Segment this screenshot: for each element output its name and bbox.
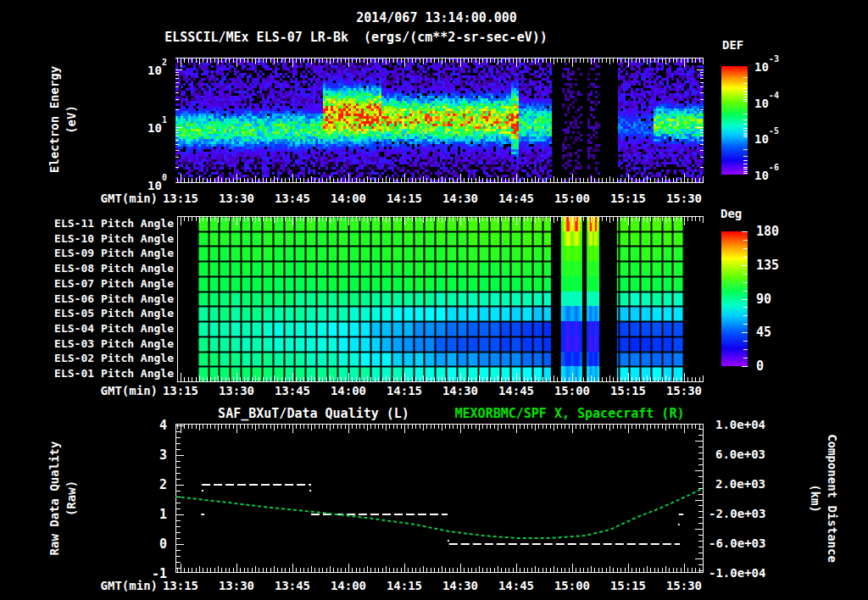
energy-tick-label: 102 bbox=[133, 62, 167, 77]
energy-tick-label: 101 bbox=[133, 119, 167, 135]
def-colorbar bbox=[721, 66, 748, 175]
def-colorbar-tick bbox=[743, 101, 748, 102]
pitch-row-label: ELS-07 Pitch Angle bbox=[51, 277, 174, 290]
def-tick-label: 10-6 bbox=[754, 167, 779, 182]
def-colorbar-tick bbox=[743, 128, 748, 129]
bottom-left-tick-label: 2 bbox=[133, 477, 167, 492]
gmt-label-top: GMT(min) bbox=[85, 192, 158, 205]
quality-distance-plot-canvas bbox=[175, 424, 704, 573]
bottom-left-series-title: SAF_BXuT/Data Quality (L) bbox=[218, 406, 409, 421]
deg-tick-label: 0 bbox=[756, 358, 764, 374]
bottom-right-tick-label: 6.0e+03 bbox=[709, 447, 765, 461]
pitch-row-label: ELS-11 Pitch Angle bbox=[51, 217, 174, 230]
spectrogram-y-axis-title: Electron Energy (eV) bbox=[45, 9, 81, 230]
bottom-right-tick-label: 1.0e+04 bbox=[709, 418, 765, 431]
time-tick-label: 15:30 bbox=[666, 579, 702, 592]
gmt-label-bottom: GMT(min) bbox=[85, 579, 158, 592]
electron-energy-spectrogram-canvas bbox=[175, 58, 704, 183]
time-tick-label: 13:15 bbox=[163, 579, 198, 592]
def-tick-label: 10-5 bbox=[754, 131, 779, 146]
time-tick-label: 13:45 bbox=[275, 579, 310, 592]
pitch-row-label: ELS-04 Pitch Angle bbox=[51, 322, 174, 335]
pitch-row-label: ELS-03 Pitch Angle bbox=[51, 337, 174, 350]
deg-colorbar-tick bbox=[743, 291, 748, 292]
time-tick-label: 14:15 bbox=[387, 579, 422, 592]
def-colorbar-tick bbox=[743, 135, 748, 136]
def-tick-label: 10-3 bbox=[754, 58, 779, 74]
time-tick-label: 15:15 bbox=[610, 192, 646, 205]
gmt-label-middle: GMT(min) bbox=[85, 384, 158, 397]
bottom-right-axis-title: Component Distance (km) bbox=[806, 388, 842, 600]
time-tick-label: 14:15 bbox=[387, 192, 422, 205]
def-colorbar-tick bbox=[743, 133, 748, 134]
time-tick-label: 13:45 bbox=[275, 192, 310, 205]
time-tick-label: 15:30 bbox=[666, 384, 702, 397]
time-tick-label: 14:00 bbox=[331, 384, 366, 397]
bottom-right-tick-label: -1.0e+04 bbox=[709, 566, 765, 580]
pitch-row-label: ELS-08 Pitch Angle bbox=[51, 262, 174, 275]
time-tick-label: 15:30 bbox=[666, 192, 702, 205]
time-tick-label: 15:00 bbox=[554, 384, 590, 397]
def-colorbar-tick bbox=[743, 173, 748, 174]
def-tick-label: 10-4 bbox=[754, 95, 779, 110]
time-tick-label: 14:15 bbox=[387, 384, 422, 397]
deg-colorbar-tick bbox=[742, 299, 748, 300]
def-colorbar-tick bbox=[743, 167, 748, 168]
deg-colorbar-tick bbox=[743, 240, 748, 241]
bottom-right-tick-label: 2.0e+03 bbox=[709, 477, 765, 491]
bottom-left-tick-label: 0 bbox=[133, 536, 167, 552]
deg-colorbar-title: Deg bbox=[721, 207, 742, 220]
pitch-angle-heatmap-canvas bbox=[177, 216, 704, 382]
def-colorbar-tick bbox=[743, 94, 748, 95]
pitch-row-label: ELS-06 Pitch Angle bbox=[51, 292, 174, 305]
deg-tick-label: 135 bbox=[756, 258, 779, 273]
deg-colorbar-tick bbox=[743, 315, 748, 316]
def-colorbar-tick bbox=[743, 119, 748, 120]
deg-colorbar-tick bbox=[743, 349, 748, 350]
deg-colorbar-tick bbox=[742, 265, 748, 266]
deg-colorbar-tick bbox=[743, 324, 748, 325]
deg-colorbar-tick bbox=[743, 257, 748, 258]
deg-colorbar-tick bbox=[742, 366, 748, 367]
page-title: 2014/067 13:14:00.000 bbox=[356, 10, 517, 25]
deg-colorbar-tick bbox=[743, 341, 748, 342]
time-tick-label: 13:45 bbox=[275, 384, 310, 397]
def-colorbar-title: DEF bbox=[722, 38, 743, 52]
def-colorbar-tick bbox=[743, 160, 748, 161]
deg-colorbar-tick bbox=[743, 307, 748, 308]
time-tick-label: 13:15 bbox=[163, 192, 198, 205]
plot-screen: 2014/067 13:14:00.000 ELSSCIL/MEx ELS-07… bbox=[0, 0, 868, 600]
pitch-row-label: ELS-09 Pitch Angle bbox=[51, 247, 174, 259]
deg-colorbar-tick bbox=[743, 358, 748, 358]
time-tick-label: 13:30 bbox=[219, 579, 254, 592]
deg-tick-label: 45 bbox=[756, 325, 771, 340]
time-tick-label: 13:30 bbox=[219, 192, 254, 205]
time-tick-label: 14:30 bbox=[442, 579, 478, 592]
def-colorbar-tick bbox=[743, 99, 748, 100]
deg-colorbar-tick bbox=[743, 282, 748, 283]
bottom-left-axis-title: Raw Data Quality (Raw) bbox=[45, 388, 81, 600]
def-colorbar-tick bbox=[743, 114, 748, 114]
deg-colorbar-tick bbox=[743, 248, 748, 249]
def-colorbar-tick bbox=[743, 131, 748, 131]
time-tick-label: 14:45 bbox=[498, 192, 534, 205]
time-tick-label: 14:45 bbox=[498, 384, 534, 397]
pitch-row-label: ELS-02 Pitch Angle bbox=[51, 352, 174, 364]
def-colorbar-tick bbox=[743, 169, 748, 169]
deg-colorbar-tick bbox=[742, 231, 748, 232]
def-colorbar-tick bbox=[743, 83, 748, 84]
bottom-left-tick-label: 4 bbox=[133, 418, 167, 433]
def-colorbar-tick bbox=[743, 164, 748, 164]
pitch-row-label: ELS-05 Pitch Angle bbox=[51, 307, 174, 319]
def-colorbar-tick bbox=[743, 77, 748, 78]
energy-tick-label: 100 bbox=[133, 177, 167, 192]
bottom-right-tick-label: -6.0e+03 bbox=[709, 536, 765, 550]
def-colorbar-tick bbox=[743, 156, 748, 157]
bottom-right-tick-label: -2.0e+03 bbox=[709, 507, 765, 520]
time-tick-label: 14:30 bbox=[442, 384, 478, 397]
bottom-left-tick-label: 1 bbox=[133, 507, 167, 522]
time-tick-label: 14:00 bbox=[331, 579, 366, 592]
def-colorbar-tick bbox=[743, 97, 748, 97]
pitch-row-label: ELS-01 Pitch Angle bbox=[51, 367, 174, 380]
def-colorbar-tick bbox=[743, 92, 748, 92]
